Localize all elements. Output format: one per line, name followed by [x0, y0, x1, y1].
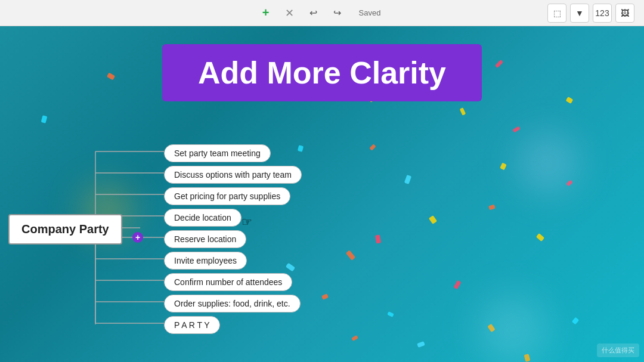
select-tool-button[interactable]: ⬚: [547, 4, 566, 23]
company-party-label: Company Party: [21, 222, 109, 236]
task-node-task3[interactable]: Get pricing for party supplies: [164, 187, 290, 205]
close-button[interactable]: ✕: [280, 4, 299, 23]
company-party-node[interactable]: Company Party: [8, 214, 122, 245]
redo-button[interactable]: ↪: [328, 4, 347, 23]
task-node-task8[interactable]: Order supplies: food, drink, etc.: [164, 295, 301, 313]
task-node-task2[interactable]: Discuss options with party team: [164, 166, 302, 184]
task-node-task4[interactable]: Decide location: [164, 209, 242, 227]
task-node-task1[interactable]: Set party team meeting: [164, 144, 271, 162]
task-node-task7[interactable]: Confirm number of attendees: [164, 273, 292, 291]
add-button[interactable]: +: [256, 4, 275, 23]
task-node-task9[interactable]: P A R T Y: [164, 316, 220, 334]
toolbar: + ✕ ↩ ↪ Saved ⬚ ▼ 123 🖼: [0, 0, 644, 26]
undo-button[interactable]: ↩: [304, 4, 323, 23]
saved-status: Saved: [359, 8, 381, 17]
filter-button[interactable]: ▼: [570, 4, 589, 23]
image-button[interactable]: 🖼: [615, 4, 634, 23]
toolbar-right-icons: ⬚ ▼ 123 🖼: [547, 4, 634, 23]
task-node-task5[interactable]: Reserve location: [164, 230, 246, 248]
sort-button[interactable]: 123: [593, 4, 612, 23]
task-node-task6[interactable]: Invite employees: [164, 252, 247, 270]
add-child-button[interactable]: +: [132, 232, 143, 243]
watermark: 什么值得买: [597, 344, 639, 357]
canvas: Add More Clarity Company Party + Set par…: [0, 26, 644, 362]
